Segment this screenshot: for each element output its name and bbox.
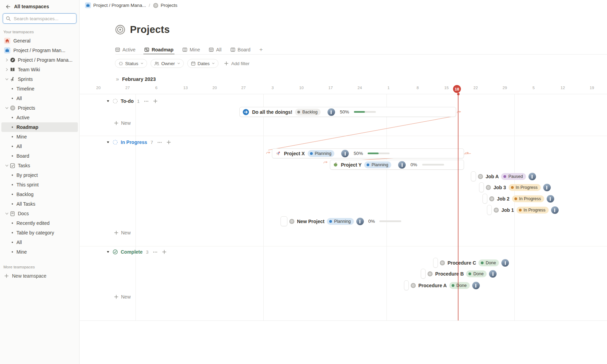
sidebar-item-team-wiki[interactable]: Team Wiki [1,65,78,74]
progress-bar [422,164,444,166]
item-title: New Project [297,219,324,224]
bar-job-a[interactable] [471,171,476,181]
sidebar-item-sprints[interactable]: Sprints [1,74,78,84]
search-input[interactable] [13,16,73,22]
status-label: Done [473,271,484,276]
group-add-button[interactable] [153,99,158,104]
group-add-button[interactable] [166,140,171,145]
bar-new-project[interactable] [281,216,287,226]
chevron-down-icon[interactable] [4,77,10,81]
new-item-label: New [121,120,131,126]
target-icon [410,283,416,288]
status-badge: Done [478,259,499,266]
group-add-button[interactable] [162,250,167,254]
sidebar-item-general[interactable]: General [1,36,78,46]
bar-job-2[interactable] [483,194,487,204]
bar-job-3[interactable] [479,182,484,192]
bullet-icon [12,88,13,89]
sidebar-item-table-by-category[interactable]: Table by category [1,228,78,238]
sidebar-item-label: All [16,96,22,101]
bullet-icon [12,242,13,243]
sidebar: All teamspaces Your teamspaces GeneralPr… [0,0,80,364]
sidebar-item-by-project[interactable]: By project [1,170,78,180]
arrow-circle-icon [242,109,249,116]
sidebar-item-mine[interactable]: Mine [1,247,78,257]
sidebar-item-label: Docs [18,211,29,216]
sidebar-item-board[interactable]: Board [1,151,78,161]
sidebar-item-projects[interactable]: Projects [1,103,78,113]
sidebar-item-all-tasks[interactable]: All Tasks [1,199,78,209]
sidebar-item-project-program-man-[interactable]: Project / Program Man... [1,46,78,55]
bar-project-y[interactable]: Project YPlanning0% [330,160,464,170]
chevron-right-icon[interactable] [4,58,10,62]
bar-do-all-the-doings-[interactable]: Do all the doings!Backlog50% [239,107,456,117]
sidebar-item-label: Board [16,153,29,159]
chevron-down-icon[interactable] [4,106,10,110]
new-teamspace-label: New teamspace [12,273,46,279]
progress-percent: 0% [368,219,375,224]
check-circle-green-icon [112,249,118,255]
bar-new-project-label[interactable]: New ProjectPlanning0% [289,216,401,226]
sidebar-item-active[interactable]: Active [1,113,78,122]
triangle-down-icon[interactable] [106,141,110,144]
group-options-button[interactable] [144,99,149,104]
triangle-down-icon[interactable] [106,250,110,254]
bar-job-1-label[interactable]: Job 1In Progress [493,205,559,215]
status-dot-icon [310,152,313,155]
bar-job-3-label[interactable]: Job 3In Progress [486,182,551,192]
sidebar-item-all[interactable]: All [1,142,78,151]
new-item-button[interactable]: New [114,293,131,301]
owner-avatar [528,173,536,180]
item-title: Job 1 [501,207,514,213]
sidebar-item-all[interactable]: All [1,94,78,103]
group-label[interactable]: In Progress [121,139,147,145]
new-item-button[interactable]: New [114,229,131,236]
bar-project-x[interactable]: Project XPlanning50% [272,148,464,158]
group-options-button[interactable] [157,140,162,145]
chevron-right-icon[interactable] [4,68,10,72]
briefcase-icon [4,47,10,53]
status-label: In Progress [516,185,538,190]
target-icon [489,196,495,202]
sidebar-item-recently-edited[interactable]: Recently edited [1,218,78,228]
your-teamspaces-label: Your teamspaces [0,27,79,36]
sidebar-item-label: Active [16,115,29,120]
bar-procedure-a[interactable] [404,280,409,290]
owner-avatar [489,270,497,278]
circle-dashed-blue-icon [112,139,118,145]
status-label: Paused [508,174,523,179]
sidebar-item-project-program-mana-[interactable]: Project / Program Mana... [1,55,78,65]
target-icon [486,185,491,190]
plus-icon [114,294,119,299]
triangle-down-icon[interactable] [106,99,110,103]
sidebar-item-roadmap[interactable]: Roadmap [1,122,78,132]
sidebar-item-timeline[interactable]: Timeline [1,84,78,94]
status-badge: Planning [364,161,391,168]
sidebar-item-mine[interactable]: Mine [1,132,78,142]
new-item-button[interactable]: New [114,119,131,127]
progress-percent: 50% [354,151,363,156]
bar-procedure-c[interactable] [433,258,438,268]
bar-job-1[interactable] [487,205,492,215]
bar-job-2-label[interactable]: Job 2In Progress [489,194,554,204]
bar-procedure-c-label[interactable]: Procedure CDone [440,258,509,268]
bar-procedure-b-label[interactable]: Procedure BDone [427,269,497,279]
group-options-button[interactable] [153,250,158,255]
sidebar-nav: GeneralProject / Program Man...Project /… [0,36,79,257]
bar-procedure-b[interactable] [421,269,426,279]
chevron-down-icon[interactable] [4,211,10,216]
sidebar-item-this-sprint[interactable]: This sprint [1,180,78,190]
search-box[interactable] [3,13,76,24]
sidebar-item-tasks[interactable]: Tasks [1,161,78,170]
sidebar-item-docs[interactable]: Docs [1,209,78,218]
bullet-icon [12,117,13,118]
chevron-down-icon[interactable] [4,163,10,168]
bar-job-a-label[interactable]: Job APaused [478,171,536,181]
sidebar-item-all[interactable]: All [1,238,78,247]
sidebar-item-backlog[interactable]: Backlog [1,190,78,199]
back-arrow-icon[interactable] [5,4,11,9]
bar-procedure-a-label[interactable]: Procedure ADone [410,280,480,290]
new-teamspace-button[interactable]: New teamspace [0,271,79,281]
group-label[interactable]: Complete [121,249,143,255]
group-label[interactable]: To-do [121,98,134,104]
